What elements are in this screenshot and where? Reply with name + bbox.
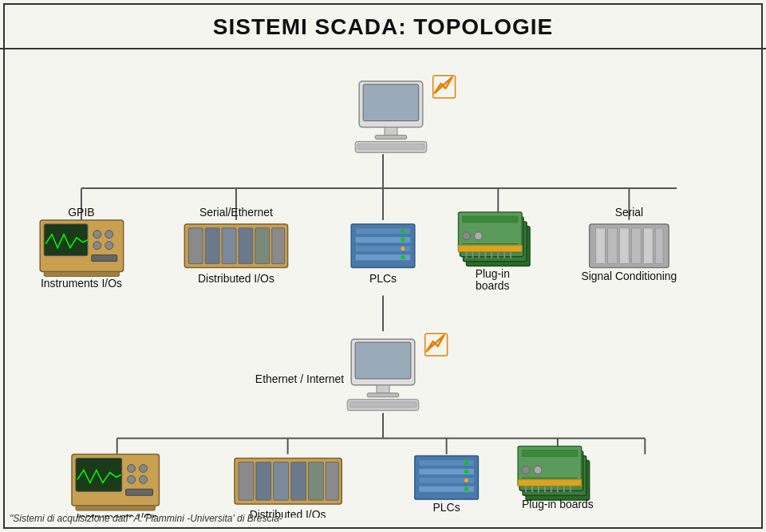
- distributed-ios-label-1: Distributed I/Os: [198, 272, 274, 285]
- svg-point-28: [401, 229, 405, 233]
- svg-rect-70: [126, 489, 153, 495]
- svg-point-68: [128, 475, 136, 483]
- top-computer: [355, 81, 427, 153]
- svg-rect-18: [205, 228, 219, 264]
- svg-rect-36: [462, 216, 518, 223]
- svg-rect-78: [326, 462, 338, 500]
- instruments-ios-1: [40, 220, 123, 277]
- distributed-ios-1: [184, 224, 287, 268]
- svg-rect-22: [272, 228, 285, 264]
- svg-rect-51: [608, 228, 618, 264]
- svg-point-66: [128, 464, 136, 472]
- signal-conditioning-label: Signal Conditioning: [582, 270, 677, 282]
- svg-point-11: [105, 231, 113, 238]
- serial-label: Serial: [615, 206, 644, 219]
- svg-rect-55: [655, 228, 663, 264]
- footer: "Sistemi di acquisizione dati" A. Flammi…: [10, 513, 282, 524]
- svg-rect-19: [222, 228, 236, 264]
- svg-rect-61: [349, 402, 417, 408]
- topology-diagram: Instruments I/Os Distributed I/Os: [0, 49, 766, 518]
- svg-rect-20: [239, 228, 253, 264]
- plugin-boards-label-1: Plug-in: [476, 267, 510, 280]
- bottom-signal-icon: [425, 333, 448, 356]
- plcs-label-2: PLCs: [433, 501, 460, 514]
- svg-point-37: [462, 232, 470, 240]
- svg-rect-92: [522, 450, 578, 456]
- svg-rect-52: [619, 228, 629, 264]
- svg-rect-59: [367, 393, 399, 397]
- svg-rect-53: [631, 228, 641, 264]
- svg-rect-74: [256, 462, 271, 500]
- svg-point-10: [93, 231, 101, 238]
- bottom-computer: [347, 339, 419, 411]
- plugin-boards-label-2: Plug-in boards: [522, 498, 594, 510]
- plugin-boards-label-1b: boards: [476, 279, 510, 292]
- svg-rect-1: [363, 85, 419, 121]
- svg-point-30: [401, 246, 405, 250]
- svg-rect-77: [308, 462, 323, 500]
- svg-point-93: [522, 466, 530, 474]
- svg-point-94: [534, 466, 542, 474]
- svg-marker-6: [435, 77, 452, 93]
- plcs-1: [351, 224, 415, 268]
- plcs-label-1: PLCs: [369, 272, 397, 285]
- svg-point-86: [464, 479, 468, 483]
- svg-point-67: [140, 464, 148, 472]
- plugin-boards-2: [518, 446, 590, 500]
- gpib-label: GPIB: [68, 206, 94, 219]
- svg-rect-21: [255, 228, 270, 264]
- svg-marker-62: [427, 335, 444, 351]
- signal-conditioning-device: [590, 224, 669, 268]
- svg-rect-2: [385, 128, 397, 136]
- svg-point-12: [93, 242, 101, 250]
- svg-rect-14: [92, 255, 117, 262]
- serial-ethernet-label: Serial/Ethernet: [199, 206, 273, 219]
- svg-rect-75: [274, 462, 289, 500]
- main-content: Instruments I/Os Distributed I/Os: [0, 49, 766, 518]
- svg-rect-5: [357, 144, 424, 149]
- svg-rect-50: [596, 228, 606, 264]
- svg-rect-15: [44, 272, 120, 277]
- plcs-2: [415, 455, 479, 499]
- svg-rect-76: [291, 462, 306, 500]
- svg-point-13: [105, 242, 113, 250]
- svg-point-87: [464, 487, 468, 491]
- top-signal-icon: [433, 76, 456, 98]
- svg-point-84: [464, 461, 468, 465]
- svg-rect-58: [377, 385, 389, 393]
- svg-rect-96: [518, 479, 582, 486]
- svg-point-31: [401, 255, 405, 259]
- svg-rect-57: [355, 342, 411, 379]
- svg-rect-71: [76, 506, 155, 510]
- svg-rect-40: [459, 246, 523, 252]
- svg-point-38: [474, 232, 482, 240]
- svg-point-85: [464, 470, 468, 474]
- svg-point-29: [401, 238, 405, 242]
- svg-rect-17: [188, 228, 203, 264]
- svg-rect-3: [375, 135, 407, 139]
- instruments-ios-label-1: Instruments I/Os: [41, 277, 122, 290]
- svg-rect-73: [239, 462, 254, 500]
- plugin-boards-1: [459, 212, 531, 266]
- distributed-ios-2: [235, 458, 342, 504]
- svg-rect-54: [643, 228, 653, 264]
- instruments-ios-2: [72, 454, 159, 510]
- ethernet-internet-label: Ethernet / Internet: [255, 372, 344, 385]
- svg-point-69: [140, 475, 148, 483]
